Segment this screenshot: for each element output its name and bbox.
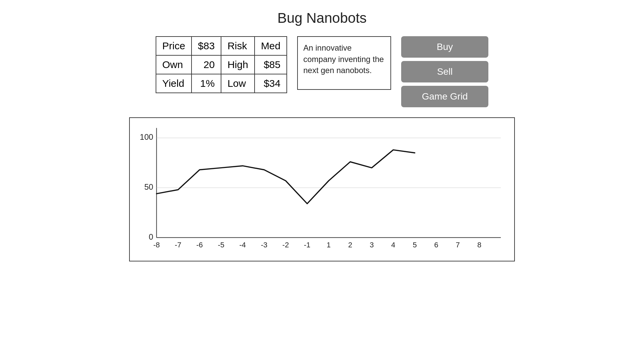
page-title: Bug Nanobots [277, 10, 367, 26]
svg-text:7: 7 [456, 241, 460, 249]
svg-text:0: 0 [149, 232, 153, 241]
svg-text:-2: -2 [282, 241, 289, 249]
game-grid-button[interactable]: Game Grid [401, 86, 488, 107]
svg-text:-6: -6 [196, 241, 203, 249]
svg-text:100: 100 [140, 132, 153, 141]
svg-text:4: 4 [391, 241, 395, 249]
svg-text:50: 50 [144, 182, 153, 191]
table-row: Own20High$85 [156, 55, 287, 74]
svg-text:6: 6 [434, 241, 438, 249]
svg-text:2: 2 [348, 241, 352, 249]
svg-text:-4: -4 [239, 241, 246, 249]
description-box: An innovative company inventing the next… [297, 36, 391, 90]
sell-button[interactable]: Sell [401, 61, 488, 82]
table-row: Yield1%Low$34 [156, 74, 287, 93]
description-text: An innovative company inventing the next… [303, 42, 385, 76]
svg-text:-8: -8 [153, 241, 160, 249]
svg-text:8: 8 [477, 241, 481, 249]
svg-text:1: 1 [327, 241, 331, 249]
svg-text:-7: -7 [175, 241, 181, 249]
buy-button[interactable]: Buy [401, 36, 488, 58]
chart-svg: 100500-8-7-6-5-4-3-2-112345678 [130, 118, 514, 261]
svg-text:-5: -5 [218, 241, 224, 249]
svg-text:5: 5 [413, 241, 417, 249]
svg-text:3: 3 [370, 241, 374, 249]
svg-text:-3: -3 [261, 241, 267, 249]
table-row: Price$83RiskMed [156, 37, 287, 55]
info-table: Price$83RiskMedOwn20High$85Yield1%Low$34 [156, 36, 287, 93]
svg-text:-1: -1 [304, 241, 310, 249]
buttons-column: Buy Sell Game Grid [401, 36, 488, 107]
chart-container: 100500-8-7-6-5-4-3-2-112345678 [129, 117, 515, 261]
top-section: Price$83RiskMedOwn20High$85Yield1%Low$34… [156, 36, 488, 107]
